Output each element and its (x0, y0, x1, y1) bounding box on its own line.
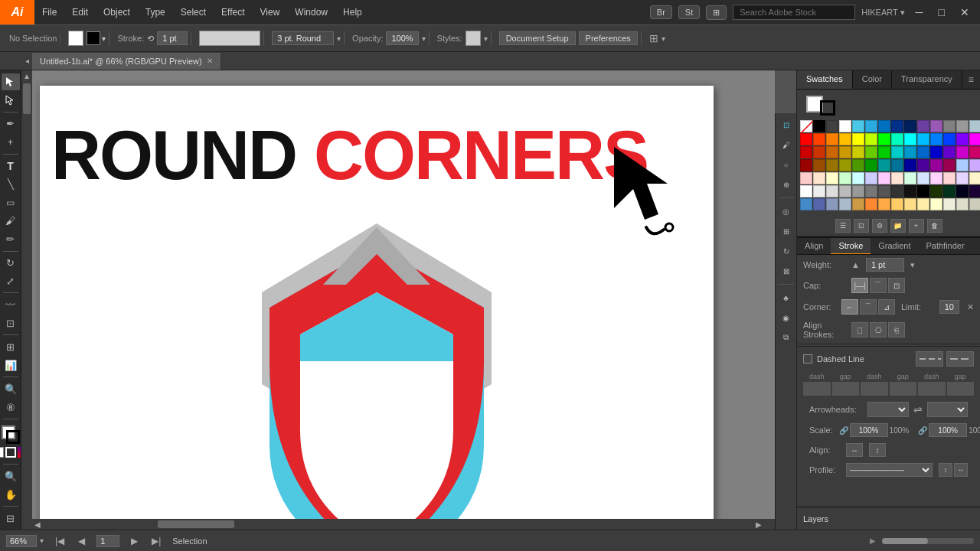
sw-r5-12[interactable] (943, 185, 956, 197)
sw-r5-4[interactable] (839, 185, 851, 197)
swatch-dark-blue[interactable] (904, 120, 916, 132)
stroke-box[interactable] (6, 430, 20, 444)
swatch-blue-2[interactable] (891, 120, 903, 132)
sw-r2-2[interactable] (813, 146, 825, 158)
scale-lock-2[interactable]: 🔗 (918, 426, 927, 435)
menu-type[interactable]: Type (138, 0, 173, 24)
sw-r4-14[interactable] (969, 172, 980, 184)
sw-r3-4[interactable] (839, 159, 851, 171)
maximize-button[interactable]: □ (934, 6, 949, 18)
tool-hand[interactable]: ✋ (2, 486, 20, 503)
style-swatch[interactable] (466, 31, 481, 46)
right-icon-brushes[interactable]: 🖌 (777, 136, 795, 153)
document-tab[interactable]: Untitled-1b.ai* @ 66% (RGB/GPU Preview) … (32, 53, 221, 70)
dash-pattern-1[interactable] (916, 351, 943, 367)
sw-r2-7[interactable] (878, 146, 890, 158)
sw-r2-8[interactable] (891, 146, 903, 158)
sw-r4-10[interactable] (917, 172, 929, 184)
tool-rectangle[interactable]: ▭ (2, 194, 20, 211)
sw-r2-9[interactable] (904, 146, 916, 158)
first-page-button[interactable]: |◀ (53, 536, 67, 546)
scroll-v-thumb[interactable] (23, 83, 31, 114)
sw-r3-11[interactable] (930, 159, 942, 171)
menu-edit[interactable]: Edit (64, 0, 96, 24)
playback-button[interactable]: ▶ (870, 536, 876, 545)
align-btn-1[interactable]: ↔ (846, 443, 863, 457)
sw-r4-3[interactable] (826, 172, 838, 184)
menu-select[interactable]: Select (173, 0, 214, 24)
scroll-right-arrow[interactable]: ▶ (753, 520, 764, 529)
sw-r2-3[interactable] (826, 146, 838, 158)
close-tab-button[interactable]: ✕ (207, 57, 213, 65)
sw-r1-4[interactable] (839, 133, 851, 145)
scroll-left-arrow[interactable]: ◀ (32, 520, 43, 529)
sw-r5-6[interactable] (865, 185, 877, 197)
sw-r3-8[interactable] (891, 159, 903, 171)
dash-input-3[interactable] (918, 382, 946, 396)
sw-r2-10[interactable] (917, 146, 929, 158)
sw-r5-3[interactable] (826, 185, 838, 197)
sw-r3-10[interactable] (917, 159, 929, 171)
tab-stroke[interactable]: Stroke (831, 238, 871, 254)
cap-square[interactable]: ⊡ (888, 278, 905, 293)
sw-r1-2[interactable] (813, 133, 825, 145)
scale-lock-1[interactable]: 🔗 (839, 426, 848, 435)
sw-r5-1[interactable] (800, 185, 812, 197)
sw-r1-14[interactable] (969, 133, 980, 145)
align-stroke-center[interactable]: ⎕ (851, 322, 868, 337)
sw-r6-14[interactable] (969, 198, 980, 210)
gap-input-2[interactable] (890, 382, 917, 396)
sw-r4-13[interactable] (956, 172, 969, 184)
scale-value-1[interactable] (850, 423, 888, 437)
arrow-swap-button[interactable]: ⇌ (913, 403, 923, 416)
right-icon-symbols[interactable]: ○ (777, 156, 795, 173)
sw-r4-7[interactable] (878, 172, 890, 184)
sw-r4-8[interactable] (891, 172, 903, 184)
sw-r6-2[interactable] (813, 198, 825, 210)
menu-window[interactable]: Window (287, 0, 335, 24)
align-stroke-outside[interactable]: ⎗ (888, 322, 905, 337)
sw-r2-13[interactable] (956, 146, 969, 158)
scroll-up-arrow[interactable]: ▲ (23, 70, 31, 80)
right-icon-appearance[interactable]: ◎ (777, 203, 795, 220)
menu-object[interactable]: Object (96, 0, 138, 24)
tool-free-transform[interactable]: ⊡ (2, 315, 20, 331)
sw-r1-13[interactable] (956, 133, 969, 145)
tool-scale[interactable]: ⤢ (2, 273, 20, 290)
sw-r3-14[interactable] (969, 159, 980, 171)
tab-color[interactable]: Color (853, 70, 892, 89)
gap-input-1[interactable] (832, 382, 860, 396)
corner-round[interactable]: ⌒ (860, 299, 877, 315)
sw-r2-5[interactable] (852, 146, 864, 158)
sw-r4-11[interactable] (930, 172, 942, 184)
sw-r6-9[interactable] (904, 198, 916, 210)
sw-r4-2[interactable] (813, 172, 825, 184)
show-swatch-kinds[interactable]: ⊡ (854, 219, 869, 233)
sw-r4-6[interactable] (865, 172, 877, 184)
sw-r5-11[interactable] (930, 185, 942, 197)
right-icon-color[interactable]: ◉ (777, 309, 795, 326)
sw-r1-5[interactable] (852, 133, 864, 145)
last-page-button[interactable]: ▶| (149, 536, 163, 546)
tab-gradient[interactable]: Gradient (871, 238, 918, 254)
tool-warp[interactable]: 〰 (2, 296, 20, 313)
sw-r1-11[interactable] (930, 133, 942, 145)
zoom-input[interactable] (6, 535, 37, 547)
swatch-purple-2[interactable] (930, 120, 942, 132)
right-icon-layers[interactable]: ⧉ (777, 329, 795, 346)
sw-r1-9[interactable] (904, 133, 916, 145)
gap-input-3[interactable] (947, 382, 975, 396)
weight-dropdown[interactable]: ▾ (910, 260, 915, 270)
tool-shape-builder[interactable]: ⊞ (2, 338, 20, 355)
tool-rotate[interactable]: ↻ (2, 255, 20, 272)
tool-line[interactable]: ╲ (2, 176, 20, 193)
swatch-purple-1[interactable] (917, 120, 929, 132)
cap-butt[interactable]: |—| (851, 278, 868, 293)
swatch-dark-gray[interactable] (826, 120, 838, 132)
swatch-blue-1[interactable] (878, 120, 890, 132)
sw-r5-8[interactable] (891, 185, 903, 197)
sw-r3-1[interactable] (800, 159, 812, 171)
menu-view[interactable]: View (253, 0, 288, 24)
tool-type[interactable]: T (2, 158, 20, 174)
sw-r2-14[interactable] (969, 146, 980, 158)
